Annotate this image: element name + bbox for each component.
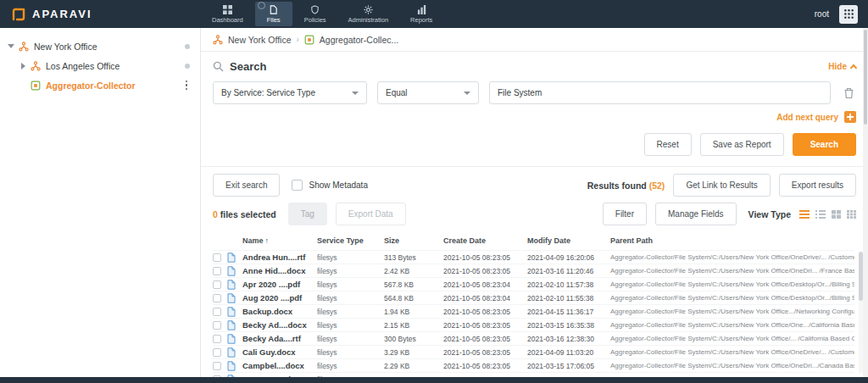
hide-search-link[interactable]: Hide — [828, 62, 856, 71]
breadcrumb-item[interactable]: Aggregator-Collec... — [320, 35, 398, 45]
search-button[interactable]: Search — [793, 133, 856, 156]
row-checkbox[interactable] — [213, 280, 221, 289]
manage-fields-button[interactable]: Manage Fields — [655, 203, 737, 225]
column-header-size[interactable]: Size — [384, 236, 443, 245]
add-query-row: Add next query — [213, 111, 856, 123]
results-bar: Exit search Show Metadata Results found … — [201, 167, 868, 202]
table-row[interactable]: Aug 2020 ....pdf filesys 564.8 KB 2021-1… — [213, 291, 854, 304]
nav-administration[interactable]: Administration — [338, 2, 399, 26]
row-checkbox[interactable] — [213, 267, 221, 275]
tile-view-icon[interactable] — [847, 210, 856, 219]
table-row[interactable]: Cali Guy.docx filesys 3.29 KB 2021-10-05… — [213, 345, 854, 358]
add-next-query-link[interactable]: Add next query — [776, 113, 838, 122]
table-row[interactable]: Andrea Hun....rtf filesys 313 Bytes 2021… — [213, 250, 854, 264]
table-row[interactable]: Apr 2020 ....pdf filesys 567.8 KB 2021-1… — [213, 277, 854, 291]
file-parent-path: Aggregator-Collector/File System/C:/User… — [610, 267, 854, 275]
row-checkbox[interactable] — [213, 253, 221, 262]
file-name[interactable]: Aug 2020 ....pdf — [242, 293, 317, 303]
reports-icon — [417, 5, 426, 14]
query-value-input[interactable] — [489, 81, 831, 104]
file-name[interactable]: Becky Ada....rtf — [242, 334, 317, 343]
column-header-name[interactable]: Name↑ — [242, 236, 317, 245]
apps-grid-button[interactable] — [839, 5, 858, 24]
file-parent-path: Aggregator-Collector/File System/C:/User… — [610, 321, 854, 329]
file-name[interactable]: Becky Ad....docx — [242, 320, 317, 330]
results-found-text: Results found (52) — [587, 180, 665, 191]
nav-reports[interactable]: Reports — [400, 2, 442, 26]
export-data-button[interactable]: Export Data — [336, 203, 406, 225]
file-create-date: 2021-10-05 08:23:05 — [443, 348, 527, 357]
results-count: (52) — [649, 180, 665, 191]
nav-files[interactable]: Files — [255, 2, 292, 26]
top-bar: APARAVI Dashboard Files Policies Ad — [0, 0, 868, 28]
row-checkbox[interactable] — [213, 335, 221, 343]
operator-dropdown[interactable]: Equal — [377, 81, 479, 104]
user-label[interactable]: root — [815, 9, 829, 19]
row-checkbox[interactable] — [213, 308, 221, 316]
row-checkbox-cell — [213, 335, 227, 343]
page-scrollbar — [863, 28, 868, 377]
list-view-icon[interactable] — [799, 210, 810, 219]
tree-item-new-york-office[interactable]: New York Office — [0, 36, 200, 56]
row-checkbox[interactable] — [213, 362, 221, 370]
table-row[interactable]: Campbel....docx filesys 2.29 KB 2021-10-… — [213, 358, 854, 372]
file-name[interactable]: Campbel....docx — [242, 361, 317, 370]
export-results-button[interactable]: Export results — [779, 174, 856, 197]
kebab-menu-icon[interactable] — [183, 79, 191, 92]
files-badge — [258, 2, 265, 9]
bottom-bar — [0, 377, 868, 383]
top-nav: Dashboard Files Policies Administration — [201, 0, 443, 28]
row-checkbox[interactable] — [213, 321, 221, 330]
file-name[interactable]: Anne Hid....docx — [242, 266, 317, 275]
table-row[interactable]: Becky Ada....rtf filesys 300 Bytes 2021-… — [213, 331, 854, 345]
exit-search-button[interactable]: Exit search — [213, 174, 280, 197]
get-link-button[interactable]: Get Link to Results — [673, 174, 770, 197]
tree-item-los-angeles-office[interactable]: Los Angeles Office — [0, 56, 200, 75]
file-name[interactable]: Backup.docx — [242, 307, 317, 316]
file-modify-date: 2021-04-15 11:36:17 — [527, 308, 610, 316]
chevron-right-icon[interactable] — [17, 63, 29, 69]
reset-button[interactable]: Reset — [644, 133, 692, 156]
view-type-switcher — [799, 210, 856, 219]
file-name[interactable]: Apr 2020 ....pdf — [242, 280, 317, 289]
column-header-modify-date[interactable]: Modify Date — [527, 236, 610, 245]
grid-view-icon[interactable] — [832, 210, 841, 219]
file-size: 300 Bytes — [384, 335, 443, 343]
column-header-create-date[interactable]: Create Date — [443, 236, 527, 245]
save-as-report-button[interactable]: Save as Report — [700, 133, 784, 156]
chevron-down-icon[interactable] — [5, 44, 17, 48]
breadcrumb-item[interactable]: New York Office — [228, 35, 292, 45]
file-create-date: 2021-10-05 08:23:05 — [443, 335, 527, 343]
table-row[interactable]: Backup.docx filesys 1.94 KB 2021-10-05 0… — [213, 304, 854, 318]
delete-query-button[interactable] — [841, 87, 856, 99]
trash-icon — [843, 87, 854, 99]
file-create-date: 2021-10-05 08:23:05 — [443, 253, 527, 262]
nav-policies[interactable]: Policies — [294, 2, 337, 26]
table-row[interactable]: Anne Hid....docx filesys 2.42 KB 2021-10… — [213, 264, 854, 277]
column-header-parent-path[interactable]: Parent Path — [610, 236, 854, 245]
breadcrumb: New York Office › Aggregator-Collec... — [201, 28, 868, 52]
administration-icon — [364, 5, 373, 14]
field-dropdown[interactable]: By Service: Service Type — [213, 81, 367, 104]
row-checkbox[interactable] — [213, 348, 221, 357]
detail-view-icon[interactable] — [815, 210, 826, 219]
tag-button[interactable]: Tag — [288, 203, 327, 225]
file-name[interactable]: Cali Guy.docx — [242, 347, 317, 357]
filter-button[interactable]: Filter — [603, 203, 647, 225]
tree-item-aggregator-collector[interactable]: Aggregator-Collector — [0, 75, 200, 95]
nav-dashboard[interactable]: Dashboard — [202, 2, 253, 26]
file-modify-date: 2021-03-15 16:35:38 — [527, 321, 610, 330]
plus-icon[interactable] — [844, 111, 856, 123]
row-checkbox[interactable] — [213, 294, 221, 303]
show-metadata-checkbox[interactable] — [292, 180, 303, 191]
file-size: 567.8 KB — [384, 280, 443, 289]
column-header-service-type[interactable]: Service Type — [317, 236, 384, 245]
file-service-type: filesys — [317, 348, 384, 357]
table-row[interactable]: Becky Ad....docx filesys 2.15 KB 2021-10… — [213, 318, 854, 331]
file-icon — [227, 266, 242, 276]
file-name[interactable]: Andrea Hun....rtf — [242, 253, 317, 262]
page-scrollbar-thumb[interactable] — [864, 30, 867, 125]
file-icon — [227, 361, 242, 371]
file-service-type: filesys — [317, 335, 384, 343]
nav-label: Reports — [410, 16, 432, 24]
